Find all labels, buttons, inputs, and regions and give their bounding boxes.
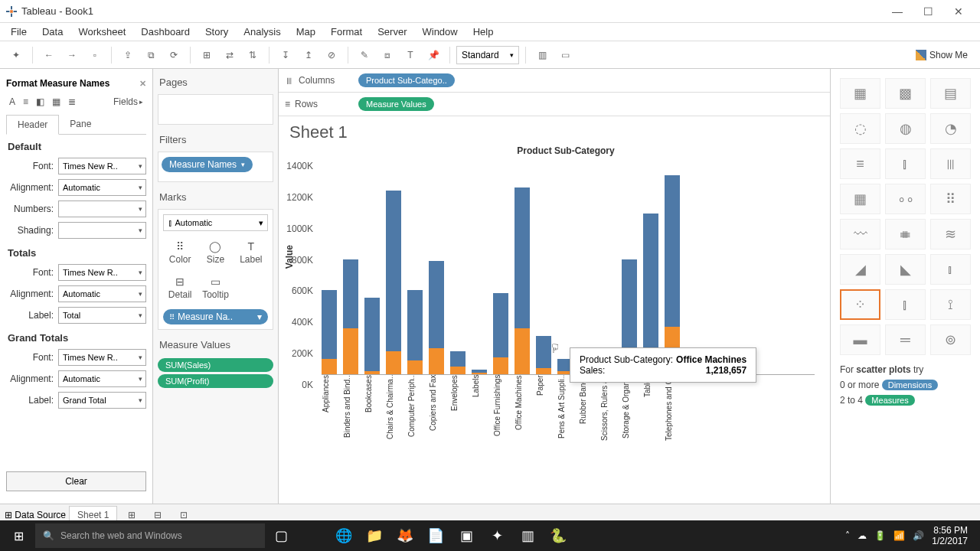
bar-4[interactable]: [407, 290, 423, 374]
bar-8[interactable]: [493, 293, 508, 374]
menu-map[interactable]: Map: [289, 24, 323, 40]
presentation-button[interactable]: ▭: [555, 45, 575, 65]
viz-bullet[interactable]: ═: [885, 324, 926, 355]
totals-alignment-select[interactable]: Automatic: [58, 285, 146, 302]
viz-symbol-map[interactable]: ◌: [840, 113, 880, 144]
refresh-button[interactable]: ⟳: [164, 45, 184, 65]
redo-button[interactable]: →: [62, 45, 82, 65]
tableau-task-icon[interactable]: ✦: [482, 520, 511, 551]
font-icon[interactable]: A: [9, 96, 15, 107]
menu-window[interactable]: Window: [414, 24, 465, 40]
bar-10[interactable]: [536, 336, 551, 374]
viz-side-bar[interactable]: ⫼: [930, 148, 971, 179]
marks-label-button[interactable]: TLabel: [234, 236, 268, 269]
menu-analysis[interactable]: Analysis: [236, 24, 288, 40]
lines-icon[interactable]: ≣: [68, 96, 76, 107]
tray-battery-icon[interactable]: 🔋: [874, 530, 886, 541]
marks-detail-button[interactable]: ⊟Detail: [163, 271, 197, 305]
menu-file[interactable]: File: [3, 24, 34, 40]
viz-hbar[interactable]: ≡: [840, 148, 880, 179]
borders-icon[interactable]: ▦: [52, 96, 60, 107]
clear-sheet-button[interactable]: ⊘: [322, 45, 341, 65]
mv-pill-sum-sales[interactable]: SUM(Sales): [158, 358, 273, 372]
mv-pill-sum-profit[interactable]: SUM(Profit): [158, 374, 273, 388]
bar-0[interactable]: [322, 290, 337, 374]
viz-line-cont[interactable]: 〰: [840, 219, 880, 249]
bar-3[interactable]: [386, 191, 401, 374]
bar-16[interactable]: [665, 175, 680, 374]
marks-size-button[interactable]: ◯Size: [198, 236, 232, 269]
default-shading-select[interactable]: [58, 222, 146, 239]
viz-area-disc[interactable]: ◣: [885, 254, 926, 285]
menu-server[interactable]: Server: [370, 24, 414, 40]
rows-pill[interactable]: Measure Values: [358, 97, 434, 111]
viz-heat-map[interactable]: ▩: [885, 78, 926, 109]
filter-pill-measure-names[interactable]: Measure Names▾: [162, 157, 253, 172]
menu-format[interactable]: Format: [323, 24, 370, 40]
columns-pill[interactable]: Product Sub-Catego..: [358, 73, 455, 87]
close-format-pane-icon[interactable]: ✕: [139, 79, 146, 89]
viz-stacked-bar[interactable]: ⫿: [885, 148, 926, 179]
totals-font-select[interactable]: Times New R..: [58, 264, 146, 281]
bar-6[interactable]: [450, 351, 466, 374]
viz-highlight-table[interactable]: ▤: [930, 78, 971, 109]
viz-area-cont[interactable]: ◢: [840, 254, 880, 285]
viz-side-circles[interactable]: ⠿: [930, 184, 971, 214]
sort-asc-icon[interactable]: ↧: [276, 45, 296, 65]
fields-dropdown[interactable]: Fields: [113, 96, 143, 107]
data-source-tab[interactable]: ⊞ Data Source: [5, 510, 66, 520]
swap-button[interactable]: ⇄: [220, 45, 240, 65]
minimize-button[interactable]: —: [882, 1, 913, 22]
viz-filled-map[interactable]: ◍: [885, 113, 926, 144]
grand-alignment-select[interactable]: Automatic: [58, 370, 146, 387]
start-button[interactable]: ⊞: [3, 520, 34, 551]
tray-volume-icon[interactable]: 🔊: [913, 530, 924, 541]
maximize-button[interactable]: ☐: [913, 1, 943, 22]
menu-help[interactable]: Help: [466, 24, 501, 40]
fit-select[interactable]: Standard: [456, 46, 519, 64]
new-worksheet-button[interactable]: ⊞: [197, 45, 217, 65]
close-button[interactable]: ✕: [943, 1, 974, 22]
default-numbers-select[interactable]: [58, 201, 146, 217]
viz-gantt[interactable]: ▬: [840, 324, 880, 355]
taskbar-search[interactable]: 🔍Search the web and Windows: [35, 523, 265, 548]
viz-scatter[interactable]: ⁘: [840, 289, 880, 320]
sheet-title[interactable]: Sheet 1: [279, 116, 830, 145]
sort-desc-icon[interactable]: ↥: [299, 45, 318, 65]
filters-shelf[interactable]: Measure Names▾: [158, 152, 273, 182]
python-icon[interactable]: 🐍: [544, 520, 573, 551]
show-me-button[interactable]: Show Me: [910, 48, 974, 62]
clear-format-button[interactable]: Clear: [6, 471, 146, 491]
viz-box-plot[interactable]: ⟟: [930, 289, 971, 320]
task-view-icon[interactable]: ▢: [266, 520, 296, 551]
alignment-icon[interactable]: ≡: [23, 96, 28, 107]
bar-9[interactable]: [514, 187, 530, 374]
viz-circle-views[interactable]: ∘∘: [885, 184, 926, 214]
app-icon-1[interactable]: ▣: [452, 520, 481, 551]
explorer-icon[interactable]: 📁: [360, 520, 389, 551]
viz-packed-bubble[interactable]: ⊚: [930, 324, 971, 355]
duplicate-button[interactable]: ⧉: [141, 45, 161, 65]
bar-1[interactable]: [343, 259, 358, 374]
menu-dashboard[interactable]: Dashboard: [133, 24, 198, 40]
viz-histogram[interactable]: ⫿: [885, 289, 926, 320]
bar-2[interactable]: [364, 298, 380, 374]
viz-text-table[interactable]: ▦: [840, 78, 880, 109]
sort-asc-button[interactable]: ⇅: [243, 45, 263, 65]
tray-cloud-icon[interactable]: ☁: [858, 530, 867, 541]
default-font-select[interactable]: Times New R..: [58, 158, 146, 174]
bar-7[interactable]: [472, 370, 487, 374]
marks-pill-measure-names[interactable]: Measure Na..▾: [163, 309, 268, 324]
highlight-button[interactable]: ✎: [354, 45, 374, 65]
firefox-icon[interactable]: 🦊: [390, 520, 420, 551]
word-icon[interactable]: 📄: [421, 520, 450, 551]
grand-label-input[interactable]: Grand Total: [58, 392, 146, 409]
chart-bars[interactable]: [322, 161, 815, 375]
default-alignment-select[interactable]: Automatic: [58, 179, 146, 196]
label-button[interactable]: T: [400, 45, 420, 65]
tab-pane[interactable]: Pane: [59, 115, 102, 134]
viz-dual-combo[interactable]: ⫾: [930, 254, 971, 285]
viz-dual-line[interactable]: ≋: [930, 219, 971, 249]
shading-icon[interactable]: ◧: [36, 96, 44, 107]
marks-color-button[interactable]: ⠿Color: [163, 236, 197, 269]
